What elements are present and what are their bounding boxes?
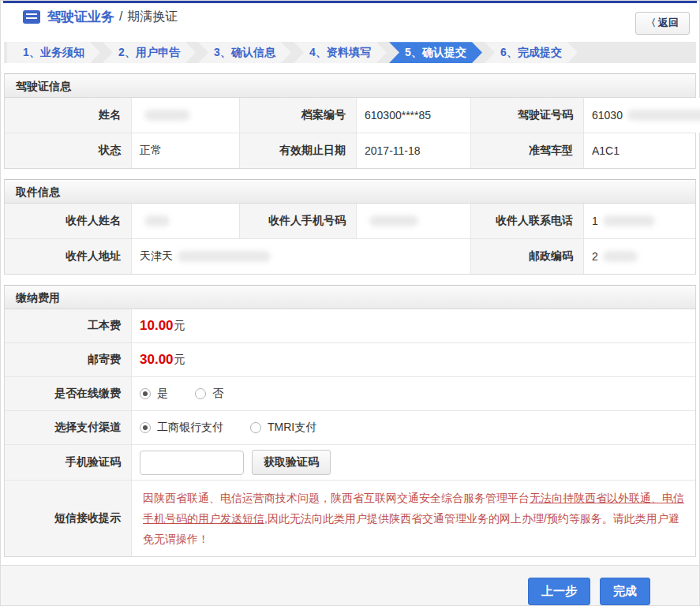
postcode-label: 邮政编码: [470, 239, 583, 274]
pay-channel-label: 选择支付渠道: [5, 411, 131, 444]
redacted-postcode: [603, 251, 638, 262]
post-fee-value: 30.00 元: [131, 343, 695, 376]
work-fee-amount: 10.00: [140, 318, 174, 334]
fees-section: 缴纳费用 工本费 10.00 元 邮寄费 30.00 元 是否在线缴费: [4, 285, 696, 557]
header: 驾驶证业务 / 期满换证 〈 返回: [1, 3, 699, 31]
step-tab-3[interactable]: 3、确认信息: [198, 42, 291, 63]
recipient-phone-label: 收件人联系电话: [470, 204, 583, 238]
status-label: 状态: [5, 133, 131, 168]
fees-section-title: 缴纳费用: [5, 286, 695, 309]
finish-button[interactable]: 完成: [600, 578, 650, 605]
pay-channel-options: 工商银行支付 TMRI支付: [131, 411, 695, 444]
post-fee-unit: 元: [174, 353, 185, 367]
recipient-mobile-value: [356, 204, 470, 238]
online-pay-label: 是否在线缴费: [5, 377, 131, 410]
step-tabs: 1、业务须知 2、用户申告 3、确认信息 4、资料填写 5、确认提交 6、完成提…: [4, 42, 696, 63]
table-row: 短信接收提示 因陕西省联通、电信运营商技术问题，陕西省互联网交通安全综合服务管理…: [5, 480, 695, 556]
step-tab-4[interactable]: 4、资料填写: [294, 42, 387, 63]
step-tab-5-active[interactable]: 5、确认提交: [389, 42, 482, 63]
work-fee-value: 10.00 元: [131, 309, 695, 342]
sms-notice-label: 短信接收提示: [5, 481, 131, 556]
address-label: 收件人地址: [5, 239, 131, 274]
recipient-phone-value: 1: [583, 204, 695, 238]
sms-code-label: 手机验证码: [5, 445, 131, 480]
step-tab-6[interactable]: 6、完成提交: [485, 42, 578, 63]
online-pay-no-label: 否: [212, 387, 223, 401]
license-no-prefix: 61030: [592, 109, 623, 122]
breadcrumb-current: 期满换证: [127, 9, 178, 25]
back-button-label: 返回: [658, 16, 679, 30]
vehicle-class-value: A1C1: [583, 133, 695, 168]
file-no-value: 610300****85: [356, 98, 470, 133]
work-fee-unit: 元: [174, 319, 185, 333]
step-tab-1[interactable]: 1、业务须知: [7, 42, 100, 63]
license-no-value: 61030 X: [583, 98, 700, 133]
channel-icbc-option[interactable]: 工商银行支付: [140, 421, 223, 435]
recipient-phone-prefix: 1: [592, 215, 598, 227]
status-value: 正常: [131, 133, 239, 168]
radio-selected-icon[interactable]: [140, 388, 151, 399]
back-button[interactable]: 〈 返回: [635, 12, 690, 35]
footer-actions: 上一步 完成: [1, 566, 699, 605]
channel-tmri-label: TMRI支付: [268, 421, 316, 435]
file-no-label: 档案编号: [239, 98, 356, 133]
get-code-button[interactable]: 获取验证码: [252, 450, 331, 475]
pickup-section-title: 取件信息: [5, 180, 695, 204]
online-pay-yes-label: 是: [157, 387, 168, 401]
redacted-recipient-phone: [603, 215, 655, 226]
license-section-title: 驾驶证信息: [5, 74, 695, 98]
table-row: 收件人地址 天津天 邮政编码 2: [5, 238, 695, 274]
pickup-info-section: 取件信息 收件人姓名 收件人手机号码 收件人联系电话 1 收件人地址 天津天 邮…: [4, 179, 696, 275]
channel-icbc-label: 工商银行支付: [157, 421, 223, 435]
postcode-value: 2: [583, 239, 695, 274]
post-fee-amount: 30.00: [140, 352, 174, 368]
table-row: 手机验证码 获取验证码: [5, 444, 695, 480]
table-row: 姓名 档案编号 610300****85 驾驶证号码 61030 X: [5, 98, 695, 133]
main-content: 驾驶证信息 姓名 档案编号 610300****85 驾驶证号码 61030 X…: [1, 63, 699, 566]
address-value: 天津天: [131, 239, 470, 274]
name-value: [131, 98, 239, 133]
form-list-icon: [23, 10, 40, 24]
radio-selected-icon[interactable]: [140, 422, 151, 433]
expiry-value: 2017-11-18: [356, 133, 470, 168]
step-tab-2[interactable]: 2、用户申告: [103, 42, 196, 63]
table-row: 邮寄费 30.00 元: [5, 342, 695, 376]
vehicle-class-label: 准驾车型: [470, 133, 583, 168]
license-info-section: 驾驶证信息 姓名 档案编号 610300****85 驾驶证号码 61030 X…: [4, 73, 696, 169]
sms-code-field-cell: 获取验证码: [131, 445, 695, 480]
sms-notice-text: 因陕西省联通、电信运营商技术问题，陕西省互联网交通安全综合服务管理平台无法向持陕…: [131, 481, 695, 556]
redacted-name: [144, 110, 190, 121]
redacted-address: [178, 251, 271, 262]
post-fee-label: 邮寄费: [5, 343, 131, 376]
sms-code-input[interactable]: [140, 451, 244, 475]
recipient-name-value: [131, 204, 239, 238]
table-row: 选择支付渠道 工商银行支付 TMRI支付: [5, 410, 695, 444]
redacted-recipient-mobile: [369, 215, 418, 226]
page: 驾驶证业务 / 期满换证 〈 返回 1、业务须知 2、用户申告 3、确认信息 4…: [0, 0, 700, 606]
channel-tmri-option[interactable]: TMRI支付: [250, 421, 316, 435]
license-no-label: 驾驶证号码: [470, 98, 583, 133]
redacted-license-no: [627, 110, 700, 121]
table-row: 收件人姓名 收件人手机号码 收件人联系电话 1: [5, 204, 695, 238]
table-row: 工本费 10.00 元: [5, 309, 695, 342]
recipient-mobile-label: 收件人手机号码: [239, 204, 356, 238]
redacted-recipient-name: [144, 215, 170, 226]
expiry-label: 有效期止日期: [239, 133, 356, 168]
table-row: 是否在线缴费 是 否: [5, 376, 695, 410]
table-row: 状态 正常 有效期止日期 2017-11-18 准驾车型 A1C1: [5, 133, 695, 168]
name-label: 姓名: [5, 98, 131, 133]
recipient-name-label: 收件人姓名: [5, 204, 131, 238]
back-chevron-icon: 〈: [646, 17, 656, 30]
address-prefix: 天津天: [140, 249, 173, 264]
radio-unselected-icon[interactable]: [250, 422, 261, 433]
work-fee-label: 工本费: [5, 309, 131, 342]
online-pay-options: 是 否: [131, 377, 695, 410]
page-title: 驾驶证业务: [47, 8, 114, 26]
breadcrumb-separator: /: [119, 9, 122, 24]
postcode-prefix: 2: [592, 250, 598, 263]
radio-unselected-icon[interactable]: [195, 388, 206, 399]
prev-step-button[interactable]: 上一步: [528, 578, 590, 605]
online-pay-yes-option[interactable]: 是: [140, 387, 168, 401]
notice-part-1: 因陕西省联通、电信运营商技术问题，陕西省互联网交通安全综合服务管理平台: [143, 492, 530, 504]
online-pay-no-option[interactable]: 否: [195, 387, 223, 401]
